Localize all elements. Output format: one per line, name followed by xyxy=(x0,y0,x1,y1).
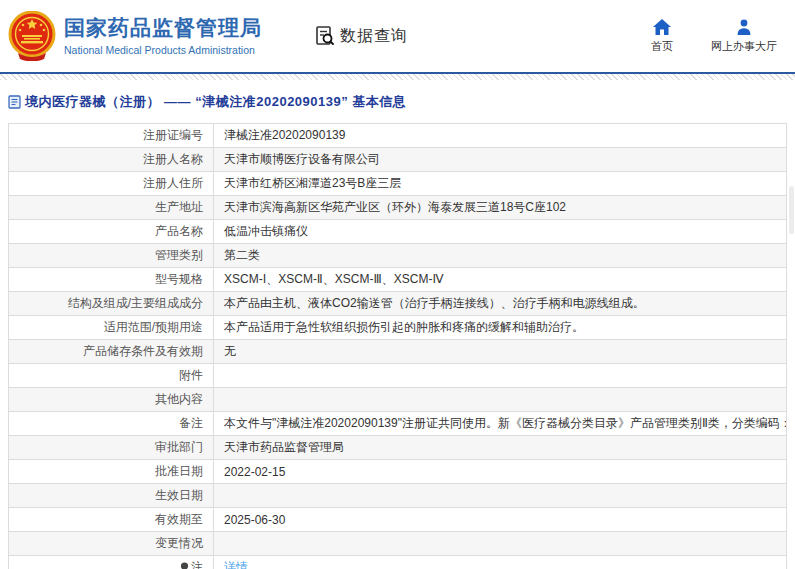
comment-icon xyxy=(180,561,189,569)
table-row: 有效期至2025-06-30 xyxy=(9,508,787,532)
row-value xyxy=(214,532,787,556)
row-label: 适用范围/预期用途 xyxy=(9,316,214,340)
row-label: 附件 xyxy=(9,364,214,388)
table-row: 适用范围/预期用途本产品适用于急性软组织损伤引起的肿胀和疼痛的缓解和辅助治疗。 xyxy=(9,316,787,340)
detail-link[interactable]: 详情 xyxy=(224,560,248,569)
document-search-icon xyxy=(314,25,336,47)
row-value xyxy=(214,484,787,508)
row-value: XSCM-Ⅰ、XSCM-Ⅱ、XSCM-Ⅲ、XSCM-Ⅳ xyxy=(214,268,787,292)
site-title-en: National Medical Products Administration xyxy=(64,43,262,57)
table-row: 型号规格XSCM-Ⅰ、XSCM-Ⅱ、XSCM-Ⅲ、XSCM-Ⅳ xyxy=(9,268,787,292)
data-query-nav[interactable]: 数据查询 xyxy=(314,25,408,47)
row-label: 注册人名称 xyxy=(9,148,214,172)
row-label: 结构及组成/主要组成成分 xyxy=(9,292,214,316)
row-value: 天津市顺博医疗设备有限公司 xyxy=(214,148,787,172)
row-value: 天津市滨海高新区华苑产业区（环外）海泰发展三道18号C座102 xyxy=(214,196,787,220)
row-label: 生产地址 xyxy=(9,196,214,220)
row-value: 天津市红桥区湘潭道23号B座三层 xyxy=(214,172,787,196)
table-row: 注册证编号津械注准20202090139 xyxy=(9,124,787,148)
national-emblem-icon xyxy=(8,11,56,61)
row-label: 有效期至 xyxy=(9,508,214,532)
document-icon xyxy=(8,95,21,109)
breadcrumb-text: 境内医疗器械（注册） —— “津械注准20202090139” 基本信息 xyxy=(25,93,406,111)
row-value: 本产品由主机、液体CO2输送管（治疗手柄连接线）、治疗手柄和电源线组成。 xyxy=(214,292,787,316)
table-row: 结构及组成/主要组成成分本产品由主机、液体CO2输送管（治疗手柄连接线）、治疗手… xyxy=(9,292,787,316)
breadcrumb: 境内医疗器械（注册） —— “津械注准20202090139” 基本信息 xyxy=(8,93,795,111)
table-row: 产品名称低温冲击镇痛仪 xyxy=(9,220,787,244)
row-label: 其他内容 xyxy=(9,388,214,412)
row-label: 批准日期 xyxy=(9,460,214,484)
row-label: 产品名称 xyxy=(9,220,214,244)
registration-info-table: 注册证编号津械注准20202090139 注册人名称天津市顺博医疗设备有限公司 … xyxy=(8,123,787,569)
scrollbar-thumb[interactable] xyxy=(789,186,794,234)
person-icon xyxy=(736,19,752,35)
row-label-note: 注 xyxy=(9,556,214,569)
row-value: 本产品适用于急性软组织损伤引起的肿胀和疼痛的缓解和辅助治疗。 xyxy=(214,316,787,340)
row-label: 变更情况 xyxy=(9,532,214,556)
table-row: 审批部门天津市药品监督管理局 xyxy=(9,436,787,460)
row-label: 备注 xyxy=(9,412,214,436)
row-label: 型号规格 xyxy=(9,268,214,292)
table-row: 变更情况 xyxy=(9,532,787,556)
table-row: 批准日期2022-02-15 xyxy=(9,460,787,484)
row-value: 津械注准20202090139 xyxy=(214,124,787,148)
table-row: 其他内容 xyxy=(9,388,787,412)
nav-home[interactable]: 首页 xyxy=(647,19,677,54)
row-value xyxy=(214,388,787,412)
row-label: 管理类别 xyxy=(9,244,214,268)
row-value: 低温冲击镇痛仪 xyxy=(214,220,787,244)
row-value: 第二类 xyxy=(214,244,787,268)
table-row: 附件 xyxy=(9,364,787,388)
row-label: 注册证编号 xyxy=(9,124,214,148)
table-row: 生产地址天津市滨海高新区华苑产业区（环外）海泰发展三道18号C座102 xyxy=(9,196,787,220)
table-row: 注 详情 xyxy=(9,556,787,569)
row-value xyxy=(214,364,787,388)
nav-service-hall-label: 网上办事大厅 xyxy=(711,39,777,54)
row-label: 注 xyxy=(191,560,203,569)
site-logo[interactable]: 国家药品监督管理局 National Medical Products Admi… xyxy=(8,11,262,61)
nav-service-hall[interactable]: 网上办事大厅 xyxy=(711,19,777,54)
table-row: 注册人名称天津市顺博医疗设备有限公司 xyxy=(9,148,787,172)
site-titles: 国家药品监督管理局 National Medical Products Admi… xyxy=(64,15,262,57)
row-value: 2025-06-30 xyxy=(214,508,787,532)
row-label: 生效日期 xyxy=(9,484,214,508)
data-query-label: 数据查询 xyxy=(340,26,408,47)
site-header: 国家药品监督管理局 National Medical Products Admi… xyxy=(0,0,795,72)
hatch-texture-strip xyxy=(0,74,795,80)
row-label: 审批部门 xyxy=(9,436,214,460)
row-label: 注册人住所 xyxy=(9,172,214,196)
table-row: 生效日期 xyxy=(9,484,787,508)
nav-home-label: 首页 xyxy=(651,39,673,54)
header-nav: 首页 网上办事大厅 xyxy=(647,19,785,54)
site-title-cn: 国家药品监督管理局 xyxy=(64,15,262,41)
row-value: 2022-02-15 xyxy=(214,460,787,484)
home-icon xyxy=(653,19,671,35)
row-value: 无 xyxy=(214,340,787,364)
row-value-note: 详情 xyxy=(214,556,787,569)
row-label: 产品储存条件及有效期 xyxy=(9,340,214,364)
table-row: 管理类别第二类 xyxy=(9,244,787,268)
table-row: 注册人住所天津市红桥区湘潭道23号B座三层 xyxy=(9,172,787,196)
row-value: 天津市药品监督管理局 xyxy=(214,436,787,460)
table-row: 产品储存条件及有效期无 xyxy=(9,340,787,364)
table-row: 备注本文件与"津械注准20202090139"注册证共同使用。新《医疗器械分类目… xyxy=(9,412,787,436)
row-value: 本文件与"津械注准20202090139"注册证共同使用。新《医疗器械分类目录》… xyxy=(214,412,787,436)
